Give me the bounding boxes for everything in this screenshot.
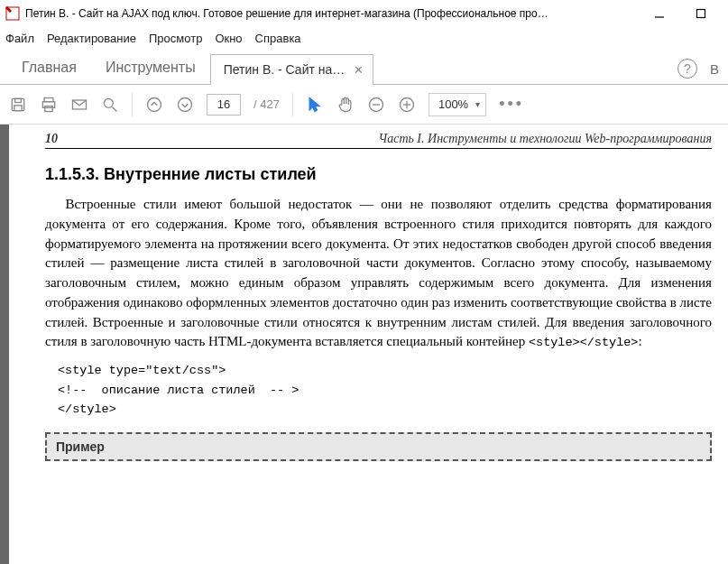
pdf-app-icon <box>5 6 20 21</box>
example-box: Пример <box>45 432 712 461</box>
document-page: 10 Часть I. Инструменты и технологии Web… <box>9 125 728 564</box>
tab-document[interactable]: Петин В. - Сайт на… ✕ <box>210 54 374 85</box>
chevron-down-icon: ▾ <box>475 99 480 109</box>
page-total-label: / 427 <box>253 97 280 111</box>
menu-window[interactable]: Окно <box>215 32 242 45</box>
svg-point-13 <box>179 97 192 111</box>
svg-rect-4 <box>15 98 22 102</box>
window-titlebar: Петин В. - Сайт на AJAX под ключ. Готово… <box>0 0 728 27</box>
page-down-icon[interactable] <box>176 96 194 114</box>
zoom-out-icon[interactable] <box>367 96 385 114</box>
menu-edit[interactable]: Редактирование <box>47 32 136 45</box>
more-tools-icon[interactable]: ••• <box>499 95 524 114</box>
help-icon[interactable]: ? <box>677 59 697 79</box>
svg-point-12 <box>148 97 161 111</box>
zoom-in-icon[interactable] <box>398 96 416 114</box>
toolbar-separator <box>292 93 293 116</box>
zoom-value: 100% <box>438 97 468 111</box>
svg-rect-8 <box>45 106 52 111</box>
menu-file[interactable]: Файл <box>5 32 34 45</box>
mail-icon[interactable] <box>70 96 88 114</box>
body-paragraph: Встроенные стили имеют большой недостато… <box>45 195 712 352</box>
page-gutter <box>0 125 9 564</box>
menu-view[interactable]: Просмотр <box>149 32 202 45</box>
tab-close-icon[interactable]: ✕ <box>354 64 364 76</box>
signin-stub[interactable]: В <box>710 61 721 77</box>
svg-point-10 <box>104 98 113 107</box>
menu-help[interactable]: Справка <box>255 32 301 45</box>
tab-tools[interactable]: Инструменты <box>91 51 210 84</box>
toolbar: / 427 100% ▾ ••• <box>0 85 728 125</box>
window-maximize-button[interactable] <box>688 5 714 23</box>
running-header: 10 Часть I. Инструменты и технологии Web… <box>45 132 712 149</box>
document-viewport: 10 Часть I. Инструменты и технологии Web… <box>0 125 728 564</box>
para-text: Встроенные стили имеют большой недостато… <box>45 197 712 348</box>
para-text: : <box>638 334 641 348</box>
page-number-input[interactable] <box>207 94 241 116</box>
tab-row: Главная Инструменты Петин В. - Сайт на… … <box>0 49 728 85</box>
example-label: Пример <box>56 439 105 454</box>
code-block: <style type="text/css"> <!-- описание ли… <box>58 361 712 420</box>
svg-rect-2 <box>697 10 705 18</box>
svg-line-11 <box>113 106 117 111</box>
page-up-icon[interactable] <box>145 96 163 114</box>
section-heading: 1.1.5.3. Внутренние листы стилей <box>45 165 712 184</box>
running-title: Часть I. Инструменты и технологии Web-пр… <box>81 132 712 146</box>
toolbar-separator <box>132 93 133 116</box>
menu-bar: Файл Редактирование Просмотр Окно Справк… <box>0 27 728 49</box>
save-icon[interactable] <box>9 96 27 114</box>
window-title: Петин В. - Сайт на AJAX под ключ. Готово… <box>25 7 647 20</box>
inline-code: <style></style> <box>529 336 639 349</box>
hand-pan-icon[interactable] <box>336 96 355 114</box>
svg-rect-5 <box>14 105 22 110</box>
tab-home[interactable]: Главная <box>7 51 91 84</box>
window-controls <box>647 5 723 23</box>
search-icon[interactable] <box>101 96 119 114</box>
tab-document-label: Петин В. - Сайт на… <box>224 62 346 77</box>
window-minimize-button[interactable] <box>647 5 672 23</box>
select-cursor-icon[interactable] <box>306 96 324 114</box>
print-icon[interactable] <box>40 96 58 114</box>
page-number-print: 10 <box>45 132 81 146</box>
zoom-select[interactable]: 100% ▾ <box>429 93 486 116</box>
